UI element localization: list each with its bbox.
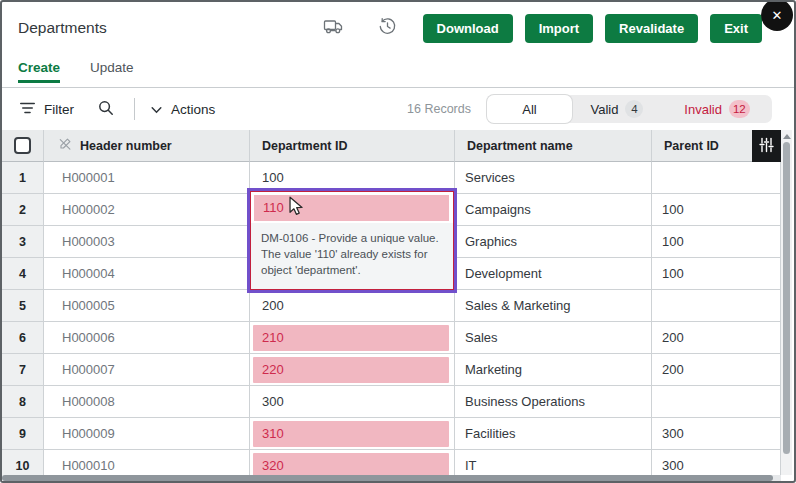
search-button[interactable] [96,98,116,121]
horizontal-scrollbar-thumb[interactable] [2,475,773,481]
invalid-count-badge: 12 [729,100,750,118]
migration-button[interactable] [321,16,346,40]
row-number[interactable]: 8 [2,386,44,418]
scroll-up-icon[interactable] [783,134,791,139]
cell-parent-id[interactable]: 300 [652,418,781,450]
row-number[interactable]: 5 [2,290,44,322]
cell-department-id[interactable]: 210 [250,322,455,354]
cell-header-number[interactable]: H000004 [44,258,250,290]
cell-parent-id[interactable]: 100 [652,226,781,258]
cell-department-name[interactable]: Campaigns [455,194,652,226]
header-button-group: Download Import Revalidate Exit [423,14,762,43]
cell-department-id[interactable]: 300 [250,386,455,418]
invalid-cell-department-id[interactable]: 110 [254,195,449,221]
toolbar-right: 16 Records All Valid 4 Invalid 12 [407,95,772,123]
cell-header-number[interactable]: H000008 [44,386,250,418]
horizontal-scrollbar[interactable] [2,475,781,481]
column-header-department-name[interactable]: Department name [455,130,652,162]
validation-error-popover-inner: 110 DM-0106 - Provide a unique value. Th… [250,191,454,290]
search-icon [98,100,114,119]
import-button[interactable]: Import [525,14,593,43]
exit-button[interactable]: Exit [710,14,762,43]
close-button[interactable]: ✕ [761,0,793,31]
grid-header-row: Header number Department ID Department n… [2,130,781,162]
cell-parent-id[interactable] [652,290,781,322]
cell-parent-id[interactable]: 200 [652,322,781,354]
row-number[interactable]: 6 [2,322,44,354]
departments-grid: Header number Department ID Department n… [2,130,781,482]
download-button[interactable]: Download [423,14,513,43]
cell-department-name[interactable]: Sales & Marketing [455,290,652,322]
invalid-value-chip: 220 [253,357,449,383]
row-number[interactable]: 4 [2,258,44,290]
cell-department-name[interactable]: Sales [455,322,652,354]
segment-all-label: All [522,102,536,117]
row-number[interactable]: 2 [2,194,44,226]
validation-error-message: DM-0106 - Provide a unique value. The va… [251,223,453,289]
segment-valid-label: Valid [591,102,619,117]
row-number[interactable]: 9 [2,418,44,450]
cell-department-name[interactable]: Business Operations [455,386,652,418]
cell-header-number[interactable]: H000007 [44,354,250,386]
filter-button[interactable]: Filter [20,102,74,117]
segment-all[interactable]: All [487,95,572,123]
cell-parent-id[interactable]: 200 [652,354,781,386]
vertical-scrollbar[interactable] [781,130,792,475]
cell-parent-id[interactable]: 100 [652,194,781,226]
tab-create[interactable]: Create [18,60,60,83]
history-button[interactable] [376,15,399,41]
actions-menu-button[interactable]: Actions [151,102,215,117]
cell-header-number[interactable]: H000005 [44,290,250,322]
cell-value: 300 [250,394,284,409]
departments-window: Departments [0,0,796,483]
record-count: 16 Records [407,102,471,116]
cell-department-id[interactable]: 310 [250,418,455,450]
column-header-header-number[interactable]: Header number [44,130,250,162]
page-title: Departments [18,19,107,37]
cell-header-number[interactable]: H000006 [44,322,250,354]
tab-update[interactable]: Update [90,60,134,83]
close-icon: ✕ [772,8,783,23]
truck-icon [323,18,344,38]
cell-department-name[interactable]: Development [455,258,652,290]
cell-parent-id[interactable]: 100 [652,258,781,290]
row-number[interactable]: 7 [2,354,44,386]
no-edit-icon [58,137,72,154]
table-row: 8H000008300Business Operations [2,386,781,418]
column-settings-button[interactable] [752,130,781,162]
cell-header-number[interactable]: H000009 [44,418,250,450]
segment-valid[interactable]: Valid 4 [572,95,662,123]
column-header-department-id[interactable]: Department ID [250,130,455,162]
toolbar-left: Filter Actions [20,98,215,121]
cell-header-number[interactable]: H000003 [44,226,250,258]
cell-parent-id[interactable] [652,162,781,194]
vertical-scrollbar-thumb[interactable] [783,142,790,454]
cell-header-number[interactable]: H000002 [44,194,250,226]
cell-department-id[interactable]: 220 [250,354,455,386]
table-row: 9H000009310Facilities300 [2,418,781,450]
select-all-cell [2,130,44,162]
column-header-label: Header number [80,139,172,153]
cell-department-name[interactable]: Marketing [455,354,652,386]
cell-department-name[interactable]: Services [455,162,652,194]
cell-department-name[interactable]: Graphics [455,226,652,258]
row-number[interactable]: 3 [2,226,44,258]
table-row: 7H000007220Marketing200 [2,354,781,386]
cell-parent-id[interactable] [652,386,781,418]
cell-department-name[interactable]: Facilities [455,418,652,450]
column-settings-icon [759,137,774,156]
row-number[interactable]: 1 [2,162,44,194]
title-bar: Departments [2,2,794,54]
tab-bar: Create Update [2,54,794,88]
cell-department-id[interactable]: 200 [250,290,455,322]
segment-invalid[interactable]: Invalid 12 [662,95,772,123]
filter-icon [20,102,35,117]
select-all-checkbox[interactable] [14,137,31,154]
record-filter-segmented-control: All Valid 4 Invalid 12 [487,95,772,123]
filter-label: Filter [44,102,74,117]
validation-error-popover: 110 DM-0106 - Provide a unique value. Th… [247,188,457,293]
title-icon-group [321,15,399,41]
segment-invalid-label: Invalid [684,102,722,117]
cell-header-number[interactable]: H000001 [44,162,250,194]
revalidate-button[interactable]: Revalidate [605,14,698,43]
